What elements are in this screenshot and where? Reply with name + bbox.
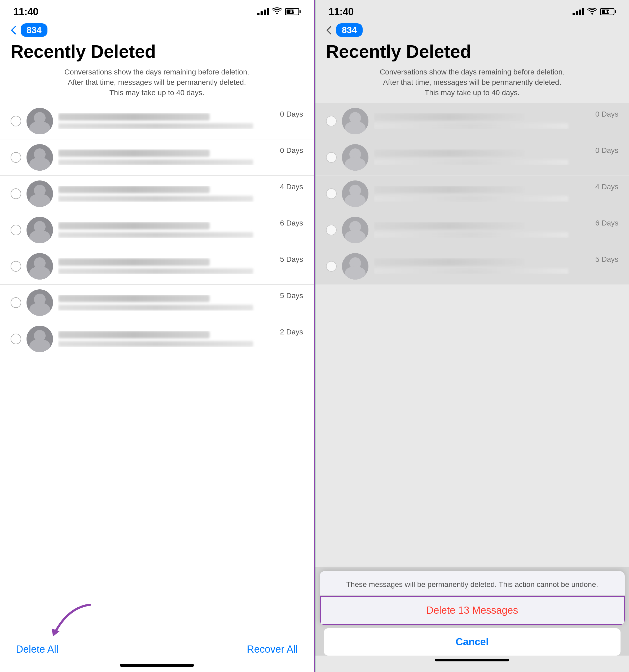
- left-wifi-icon: [272, 7, 282, 17]
- left-conv-content-2: [58, 186, 275, 202]
- right-conv-radio-0[interactable]: [326, 116, 336, 126]
- right-conv-name-blur-1: [374, 149, 525, 157]
- right-conv-name-blur-2: [374, 186, 525, 193]
- left-conv-item-5[interactable]: 5 Days: [0, 285, 314, 321]
- left-page-header: Recently Deleted Conversations show the …: [0, 39, 314, 103]
- left-conv-days-0: 0 Days: [280, 108, 303, 118]
- left-conv-name-blur-6: [58, 331, 210, 338]
- cancel-button[interactable]: Cancel: [324, 628, 621, 655]
- right-conv-radio-3[interactable]: [326, 225, 336, 235]
- right-conv-days-0: 0 Days: [595, 108, 619, 118]
- left-battery-icon: 67: [285, 8, 301, 15]
- left-conv-item-1[interactable]: 0 Days: [0, 139, 314, 176]
- right-conv-days-1: 0 Days: [595, 144, 619, 155]
- right-conv-radio-4[interactable]: [326, 261, 336, 272]
- left-conv-radio-1[interactable]: [10, 152, 21, 163]
- left-conv-item-6[interactable]: 2 Days: [0, 321, 314, 357]
- right-conv-msg-blur-0: [374, 123, 568, 129]
- right-page-subtitle: Conversations show the days remaining be…: [379, 67, 565, 98]
- left-conv-radio-6[interactable]: [10, 334, 21, 344]
- left-conv-avatar-0: [26, 108, 53, 134]
- right-conv-item-4[interactable]: 5 Days: [316, 248, 629, 285]
- left-conv-avatar-5: [26, 289, 53, 316]
- right-page-title: Recently Deleted: [326, 42, 619, 62]
- left-conv-name-blur-0: [58, 113, 210, 121]
- left-conv-item-0[interactable]: 0 Days: [0, 103, 314, 139]
- left-signal-icon: [257, 8, 269, 15]
- left-status-icons: 67: [257, 7, 301, 17]
- left-conv-days-2: 4 Days: [280, 181, 303, 191]
- left-conv-avatar-2: [26, 181, 53, 207]
- right-conv-msg-blur-3: [374, 232, 568, 238]
- left-conv-days-1: 0 Days: [280, 144, 303, 155]
- left-conv-content-3: [58, 222, 275, 238]
- left-conv-days-4: 5 Days: [280, 253, 303, 264]
- left-conv-name-blur-4: [58, 258, 210, 266]
- right-conv-item-3[interactable]: 6 Days: [316, 212, 629, 248]
- left-conv-msg-blur-5: [58, 305, 253, 311]
- left-conv-item-2[interactable]: 4 Days: [0, 176, 314, 212]
- left-conv-msg-blur-4: [58, 268, 253, 274]
- right-conv-content-3: [374, 222, 590, 238]
- right-conv-radio-2[interactable]: [326, 188, 336, 199]
- right-conv-item-2[interactable]: 4 Days: [316, 176, 629, 212]
- right-conv-content-0: [374, 113, 590, 129]
- right-back-button[interactable]: [326, 25, 332, 35]
- left-conversations-list: 0 Days 0 Days 4 Days: [0, 103, 314, 637]
- right-conv-days-4: 5 Days: [595, 253, 619, 264]
- right-conv-avatar-1: [342, 144, 369, 171]
- left-conv-radio-3[interactable]: [10, 225, 21, 235]
- right-nav-row: 834: [316, 21, 629, 39]
- left-conv-msg-blur-0: [58, 123, 253, 129]
- left-phone-panel: 11:40: [0, 0, 314, 672]
- right-conv-item-0[interactable]: 0 Days: [316, 103, 629, 139]
- svg-point-0: [276, 13, 278, 14]
- delete-13-messages-button[interactable]: Delete 13 Messages: [320, 596, 625, 625]
- right-signal-icon: [573, 8, 584, 15]
- left-conv-msg-blur-3: [58, 232, 253, 238]
- right-conv-content-4: [374, 258, 590, 274]
- left-conv-avatar-6: [26, 326, 53, 352]
- right-conv-msg-blur-1: [374, 160, 568, 165]
- left-conv-avatar-1: [26, 144, 53, 171]
- left-conv-msg-blur-1: [58, 160, 253, 165]
- right-conv-content-1: [374, 149, 590, 165]
- right-page-header: Recently Deleted Conversations show the …: [316, 39, 629, 103]
- right-conv-name-blur-0: [374, 113, 525, 121]
- right-status-icons: 67: [573, 7, 616, 16]
- recover-all-button[interactable]: Recover All: [247, 644, 298, 655]
- left-time: 11:40: [13, 6, 39, 18]
- left-conv-radio-5[interactable]: [10, 297, 21, 308]
- right-back-badge[interactable]: 834: [336, 23, 363, 37]
- right-conv-name-blur-3: [374, 222, 525, 230]
- left-conv-radio-4[interactable]: [10, 261, 21, 272]
- right-conv-avatar-3: [342, 217, 369, 243]
- right-conv-msg-blur-2: [374, 196, 568, 202]
- left-page-subtitle: Conversations show the days remaining be…: [64, 67, 250, 98]
- left-back-button[interactable]: [10, 25, 17, 35]
- left-nav-row: 834: [0, 21, 314, 39]
- left-back-badge[interactable]: 834: [21, 23, 47, 37]
- left-conv-content-6: [58, 331, 275, 347]
- left-conv-avatar-4: [26, 253, 53, 280]
- right-battery-icon: 67: [600, 8, 616, 15]
- left-conv-content-4: [58, 258, 275, 274]
- right-home-indicator: [435, 659, 509, 662]
- action-sheet-overlay: These messages will be permanently delet…: [316, 567, 629, 672]
- right-conv-days-3: 6 Days: [595, 217, 619, 227]
- right-conv-name-blur-4: [374, 258, 525, 266]
- right-conv-radio-1[interactable]: [326, 152, 336, 163]
- left-conv-radio-0[interactable]: [10, 116, 21, 126]
- right-conv-item-1[interactable]: 0 Days: [316, 139, 629, 176]
- right-status-bar: 11:40 67: [316, 0, 629, 21]
- left-conv-item-3[interactable]: 6 Days: [0, 212, 314, 248]
- left-conv-radio-2[interactable]: [10, 188, 21, 199]
- purple-arrow-annotation: [48, 602, 101, 646]
- left-conv-item-4[interactable]: 5 Days: [0, 248, 314, 285]
- left-conv-name-blur-1: [58, 149, 210, 157]
- left-conv-msg-blur-6: [58, 341, 253, 347]
- left-conv-name-blur-3: [58, 222, 210, 230]
- right-conv-avatar-2: [342, 181, 369, 207]
- left-conv-content-1: [58, 149, 275, 165]
- left-status-bar: 11:40: [0, 0, 314, 21]
